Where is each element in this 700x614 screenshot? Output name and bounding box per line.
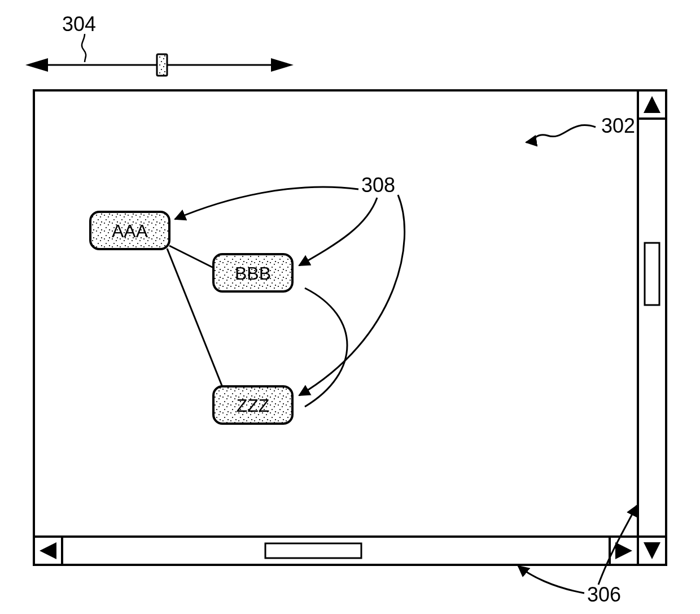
scroll-up-button[interactable]	[638, 90, 666, 119]
scroll-left-button[interactable]	[34, 537, 62, 565]
node-bbb-label: BBB	[235, 263, 271, 284]
slider-arrow-right-icon	[271, 58, 294, 72]
ref-label-308: 308	[361, 173, 395, 197]
ref-label-302: 302	[601, 114, 635, 137]
ref-label-304: 304	[62, 12, 96, 36]
zoom-slider-thumb[interactable]	[157, 54, 167, 76]
ref-leader-304	[82, 34, 86, 62]
vertical-scrollbar-thumb[interactable]	[645, 243, 659, 305]
node-bbb[interactable]: BBB	[213, 254, 292, 291]
node-aaa[interactable]: AAA	[90, 212, 169, 249]
scroll-down-button[interactable]	[638, 537, 666, 565]
node-zzz[interactable]: ZZZ	[213, 386, 292, 424]
horizontal-scrollbar[interactable]	[34, 537, 638, 565]
svg-rect-6	[34, 90, 666, 565]
vertical-scrollbar[interactable]	[638, 90, 666, 565]
node-aaa-label: AAA	[112, 221, 148, 241]
zoom-slider[interactable]	[25, 54, 294, 76]
node-zzz-label: ZZZ	[237, 395, 270, 416]
patent-figure: 304	[0, 0, 700, 614]
slider-arrow-left-icon	[25, 58, 48, 72]
horizontal-scrollbar-thumb[interactable]	[265, 543, 361, 558]
svg-rect-7	[638, 90, 666, 565]
ref-label-306: 306	[587, 583, 621, 606]
canvas-window: AAA BBB ZZZ	[34, 90, 666, 565]
